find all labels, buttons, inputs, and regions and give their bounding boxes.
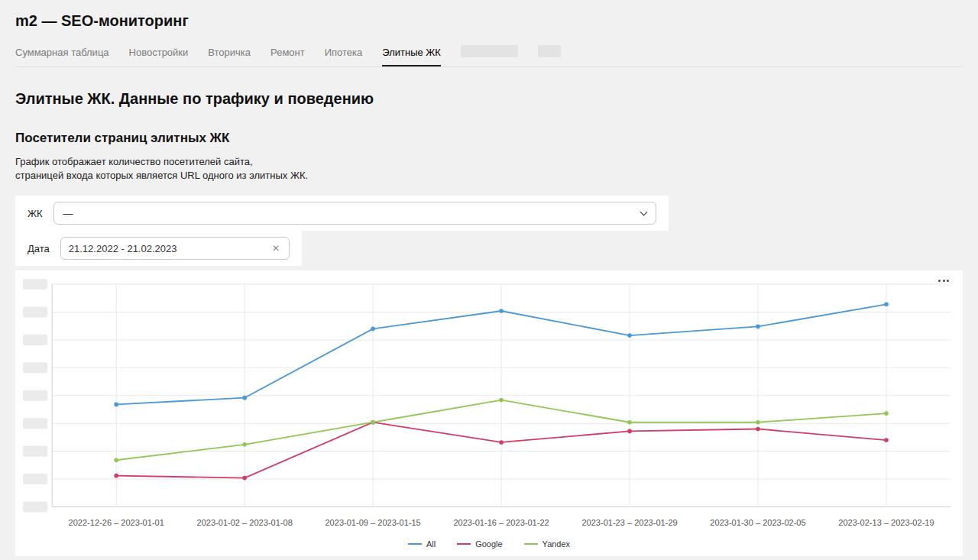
svg-text:2023-01-23 – 2023-01-29: 2023-01-23 – 2023-01-29 (581, 518, 677, 527)
legend-item-google[interactable]: Google (457, 539, 502, 549)
zhk-select[interactable]: — (53, 202, 656, 225)
legend-swatch (408, 543, 422, 545)
zhk-select-value: — (63, 208, 73, 219)
tab-summary-table[interactable]: Суммарная таблица (15, 42, 109, 66)
svg-text:2023-01-16 – 2023-01-22: 2023-01-16 – 2023-01-22 (453, 518, 549, 527)
section-description: График отображает количество посетителей… (15, 155, 963, 182)
main-content: Элитные ЖК. Данные по трафику и поведени… (0, 90, 978, 556)
tab-redacted[interactable] (461, 45, 518, 57)
chevron-down-icon (640, 208, 648, 215)
app-title: m2 — SEO-мониторинг (15, 12, 963, 30)
tab-elitnye-zhk[interactable]: Элитные ЖК (382, 42, 441, 66)
tab-remont[interactable]: Ремонт (270, 42, 305, 66)
tab-redacted[interactable] (538, 45, 561, 57)
legend-label: All (426, 539, 436, 549)
legend-item-all[interactable]: All (408, 539, 436, 549)
app-header: m2 — SEO-мониторинг Суммарная таблицаНов… (0, 0, 978, 67)
chart-legend: AllGoogleYandex (21, 539, 957, 549)
date-filter-row: Дата 21.12.2022 - 21.02.2023 ✕ (15, 231, 302, 266)
page-title: Элитные ЖК. Данные по трафику и поведени… (15, 90, 963, 108)
legend-label: Google (475, 539, 502, 549)
svg-text:2022-12-26 – 2023-01-01: 2022-12-26 – 2023-01-01 (69, 518, 164, 527)
legend-label: Yandex (542, 539, 571, 549)
chart-card: 2022-12-26 – 2023-01-012023-01-02 – 2023… (15, 270, 963, 556)
description-line-1: График отображает количество посетителей… (15, 156, 253, 167)
date-label: Дата (28, 243, 50, 254)
tab-vtorichka[interactable]: Вторичка (208, 42, 251, 66)
date-range-input[interactable]: 21.12.2022 - 21.02.2023 ✕ (60, 237, 290, 260)
description-line-2: страницей входа которых является URL одн… (15, 170, 308, 181)
legend-swatch (457, 543, 471, 545)
section-title: Посетители страниц элитных ЖК (15, 131, 963, 146)
svg-text:2023-01-30 – 2023-02-05: 2023-01-30 – 2023-02-05 (710, 518, 805, 527)
zhk-filter-row: ЖК — (15, 196, 669, 231)
tab-ipoteka[interactable]: Ипотека (325, 42, 363, 66)
svg-text:2023-01-09 – 2023-01-15: 2023-01-09 – 2023-01-15 (325, 518, 420, 527)
chart-menu-button[interactable] (935, 277, 952, 285)
zhk-label: ЖК (28, 208, 43, 219)
svg-text:2023-02-13 – 2023-02-19: 2023-02-13 – 2023-02-19 (838, 518, 934, 527)
clear-icon[interactable]: ✕ (270, 243, 281, 254)
legend-swatch (524, 543, 538, 545)
tab-bar: Суммарная таблицаНовостройкиВторичкаРемо… (15, 42, 963, 67)
tab-novostroyki[interactable]: Новостройки (129, 42, 189, 66)
legend-item-yandex[interactable]: Yandex (524, 539, 571, 549)
svg-text:2023-01-02 – 2023-01-08: 2023-01-02 – 2023-01-08 (196, 518, 292, 527)
traffic-line-chart: 2022-12-26 – 2023-01-012023-01-02 – 2023… (21, 277, 957, 536)
date-range-value: 21.12.2022 - 21.02.2023 (69, 243, 177, 254)
